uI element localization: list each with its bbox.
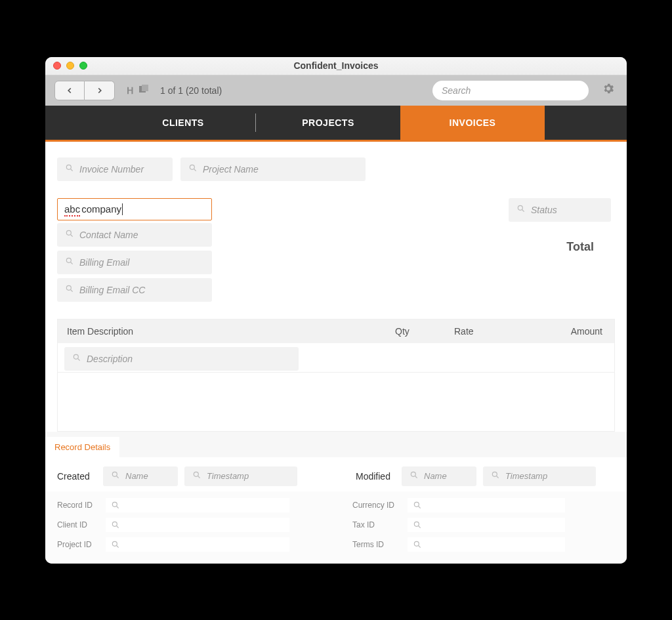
created-name-field[interactable]: Name xyxy=(103,466,178,486)
client-id-row: Client ID xyxy=(57,518,320,532)
line-items-body: Description xyxy=(58,343,614,372)
search-icon xyxy=(491,470,500,482)
record-details-row: Created Name Timestamp Modified Name Tim… xyxy=(45,457,627,491)
summary-column: Status Total xyxy=(509,198,615,254)
record-id-label: Record ID xyxy=(57,501,99,510)
svg-point-10 xyxy=(66,285,71,290)
search-icon xyxy=(65,163,74,175)
modified-name-placeholder: Name xyxy=(424,471,447,481)
billing-email-cc-field[interactable]: Billing Email CC xyxy=(57,278,212,302)
client-name-input[interactable]: abc company xyxy=(57,198,212,220)
filter-row: Invoice Number Project Name xyxy=(57,157,615,181)
client-id-label: Client ID xyxy=(57,520,99,529)
contact-name-field[interactable]: Contact Name xyxy=(57,223,212,247)
line-items-empty-area xyxy=(58,372,614,431)
tax-id-label: Tax ID xyxy=(352,520,401,529)
record-ids-section: Record ID Client ID Project ID Currency … xyxy=(45,491,627,564)
project-id-field[interactable] xyxy=(106,537,289,552)
app-window: Confident_Invoices ꓧ 1 of 1 (20 total) S… xyxy=(45,57,627,564)
maximize-window-button[interactable] xyxy=(79,62,87,70)
tax-id-field[interactable] xyxy=(408,518,565,532)
search-icon xyxy=(65,284,74,295)
svg-line-3 xyxy=(71,169,73,171)
svg-line-7 xyxy=(71,235,73,237)
terms-id-label: Terms ID xyxy=(352,540,401,549)
chevron-right-icon xyxy=(95,86,104,95)
svg-point-22 xyxy=(492,472,497,476)
invoice-number-field[interactable]: Invoice Number xyxy=(57,157,173,181)
minimize-window-button[interactable] xyxy=(66,62,74,70)
created-timestamp-placeholder: Timestamp xyxy=(207,471,249,481)
svg-point-34 xyxy=(414,541,419,546)
toolbar: ꓧ 1 of 1 (20 total) Search xyxy=(45,75,627,106)
window-title: Confident_Invoices xyxy=(45,60,627,71)
project-id-label: Project ID xyxy=(57,540,99,549)
forward-button[interactable] xyxy=(85,81,115,100)
total-label: Total xyxy=(566,235,611,254)
item-description-placeholder: Description xyxy=(87,354,133,364)
settings-button[interactable] xyxy=(595,82,618,98)
svg-line-9 xyxy=(71,262,73,264)
svg-line-17 xyxy=(117,476,119,478)
client-contact-stack: Contact Name Billing Email Billing Email… xyxy=(57,223,212,302)
invoice-number-placeholder: Invoice Number xyxy=(79,164,144,175)
search-placeholder: Search xyxy=(442,85,471,96)
tab-invoices[interactable]: INVOICES xyxy=(400,106,545,140)
tax-id-row: Tax ID xyxy=(352,518,615,532)
modified-name-field[interactable]: Name xyxy=(402,466,476,486)
created-timestamp-field[interactable]: Timestamp xyxy=(184,466,297,486)
search-icon xyxy=(516,204,526,215)
svg-point-32 xyxy=(414,522,419,526)
client-id-field[interactable] xyxy=(106,518,289,532)
record-count: 1 of 1 (20 total) xyxy=(156,85,222,96)
search-icon xyxy=(111,540,120,549)
col-rate-header: Rate xyxy=(454,326,539,337)
col-description-header: Item Description xyxy=(67,326,395,337)
terms-id-field[interactable] xyxy=(408,537,565,552)
billing-email-placeholder: Billing Email xyxy=(79,257,129,268)
svg-line-33 xyxy=(419,526,421,527)
tab-clients[interactable]: CLIENTS xyxy=(111,106,255,140)
svg-point-8 xyxy=(66,258,71,262)
status-field[interactable]: Status xyxy=(509,198,611,222)
modified-group: Modified Name Timestamp xyxy=(356,466,615,486)
search-icon xyxy=(413,501,422,510)
chevron-left-icon xyxy=(65,86,74,95)
layout-icon[interactable] xyxy=(139,85,150,96)
client-name-prefix: abc xyxy=(64,203,80,215)
search-icon xyxy=(410,470,419,482)
contact-name-placeholder: Contact Name xyxy=(79,230,138,240)
project-name-placeholder: Project Name xyxy=(203,164,259,175)
invoice-header-section: abc company Contact Name Billing Email xyxy=(57,198,615,302)
currency-id-label: Currency ID xyxy=(352,501,401,510)
search-icon xyxy=(72,353,81,364)
svg-point-4 xyxy=(190,165,194,169)
svg-line-29 xyxy=(117,545,119,547)
gear-icon xyxy=(602,82,615,95)
svg-point-30 xyxy=(414,502,419,506)
col-amount-header: Amount xyxy=(539,326,605,337)
global-search-input[interactable]: Search xyxy=(432,81,589,100)
modified-timestamp-field[interactable]: Timestamp xyxy=(483,466,596,486)
record-details-tab[interactable]: Record Details xyxy=(45,437,119,457)
svg-line-21 xyxy=(415,476,417,478)
record-details-tabrow: Record Details xyxy=(45,432,627,457)
search-icon xyxy=(111,470,120,482)
toolbar-icons: ꓧ xyxy=(121,85,150,96)
created-name-placeholder: Name xyxy=(125,471,148,481)
billing-email-field[interactable]: Billing Email xyxy=(57,251,212,274)
record-id-field[interactable] xyxy=(106,498,289,512)
svg-line-11 xyxy=(71,290,73,292)
skip-first-icon[interactable]: ꓧ xyxy=(127,85,134,96)
item-description-field[interactable]: Description xyxy=(64,347,299,371)
back-button[interactable] xyxy=(54,81,85,100)
close-window-button[interactable] xyxy=(53,62,61,70)
created-label: Created xyxy=(57,471,96,482)
project-name-field[interactable]: Project Name xyxy=(180,157,366,181)
record-id-row: Record ID xyxy=(57,498,320,512)
svg-line-13 xyxy=(522,210,524,212)
created-group: Created Name Timestamp xyxy=(57,466,316,486)
tab-projects[interactable]: PROJECTS xyxy=(256,106,400,140)
search-icon xyxy=(111,520,120,529)
currency-id-field[interactable] xyxy=(408,498,565,512)
